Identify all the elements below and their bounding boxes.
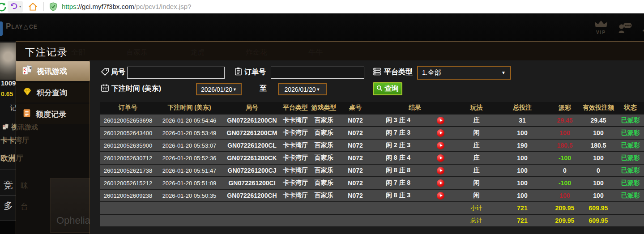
bg-nav-jingmi-1: 竞 [4,179,13,191]
cell-table-number: N072 [338,167,372,174]
security-shield-icon[interactable] [49,2,57,11]
bg-nav-duotai-1: 多 [4,200,13,212]
col-header-round: 局号 [222,104,281,112]
search-button-label: 查询 [384,84,399,94]
cell-platform: 卡卡湾厅 [281,166,309,174]
side-logo-fragment [0,21,3,36]
date-range-to-label: 至 [260,84,267,94]
cell-platform: 卡卡湾厅 [281,154,309,162]
balance-amount: 0.65 [1,90,13,98]
date-from-select[interactable]: 2026/01/20 ▼ [196,83,242,95]
cell-table-number: N072 [338,142,372,149]
cell-payout: 209.95 [549,217,580,224]
sidebar-item-video-games[interactable]: 9 K ♥ 视讯游戏 [16,61,90,81]
cell-result: 闲 8 庄 8 [372,166,424,174]
table-header-row: 订单号 下注时间 (美东) 局号 平台类型 游戏类型 桌号 结果 玩法 总投注 … [100,102,644,114]
cell-status: 已派彩 [616,141,644,149]
search-button[interactable]: 查询 [373,82,402,95]
cell-bet-time: 2026-01-20 05:53:07 [156,142,222,149]
col-header-payout: 派彩 [549,104,580,112]
left-strip-bottom [0,221,16,234]
col-header-time: 下注时间 (美东) [156,104,222,112]
cards-icon: K [2,123,9,132]
cell-platform: 卡卡湾厅 [281,129,309,137]
order-number-label: 订单号 [244,68,266,77]
cell-valid-bet: 609.95 [580,204,616,212]
cell-bet-time: 2026-01-20 05:53:49 [156,130,222,136]
platform-type-icon [373,67,381,76]
col-header-valid: 有效投注额 [580,104,616,112]
address-bar[interactable]: https://gci.myf7f3bx.com/pc/pcv1/index.j… [62,3,191,10]
cell-result: 闲 8 庄 4 [372,154,424,162]
brand-triangle: △ [23,23,29,30]
cell-bet-time: 2026-01-20 05:52:36 [156,155,222,162]
vip-button[interactable]: VIP [594,20,608,35]
cell-total-label: 小计 [457,204,495,212]
table-row: 2601200526217382026-01-20 05:51:47GN0722… [100,165,644,176]
play-video-button[interactable] [437,167,444,174]
cell-order-number: 260120052635900 [100,142,156,149]
cell-round-number: GN072261200CI [222,179,281,187]
play-video-button[interactable] [437,142,444,149]
cell-platform: 卡卡湾厅 [281,141,309,149]
customer-service-icon[interactable] [617,21,632,34]
cell-game-type: 百家乐 [309,166,338,174]
col-header-total: 总投注 [495,104,549,112]
cell-valid-bet: 29.45 [580,117,616,124]
cell-total-bet: 190 [495,142,549,149]
document-icon [22,108,32,120]
cell-round-number: GN072261200CK [222,154,281,162]
chevron-down-icon: ▼ [233,87,237,92]
date-from-value: 2026/01/20 [201,86,232,93]
cell-game-type: 百家乐 [309,191,338,200]
toolbar-divider [43,2,44,11]
home-icon[interactable] [28,2,38,11]
play-video-button[interactable] [437,154,444,162]
user-id-partial: 1009 [1,79,16,87]
sidebar-item-quota-records[interactable]: 额度记录 [16,104,90,124]
header-icons: VIP ♪ [594,13,644,41]
cell-game-type: 百家乐 [309,154,338,162]
cell-order-number: 260120052609238 [100,192,156,199]
table-row: 2601200526307122026-01-20 05:52:36GN0722… [100,152,644,164]
cell-game-type: 百家乐 [309,179,338,187]
cell-replay [424,167,457,174]
play-video-button[interactable] [437,192,444,200]
screen: ▾ https://gci.myf7f3bx.com/pc/pcv1/index… [0,0,644,234]
play-video-button[interactable] [437,179,444,187]
play-video-button[interactable] [437,129,444,137]
app-header: Play△ce VIP ♪ [0,13,644,41]
table-row: 2601200526536982026-01-20 05:54:46GN0722… [100,115,644,126]
cell-game-type: 百家乐 [309,129,338,137]
cell-bet-type: 庄 [457,116,495,124]
playace-logo[interactable]: Play△ce [6,22,38,31]
col-header-platform: 平台类型 [281,104,309,112]
cell-status: 已派彩 [616,179,644,187]
left-strip-divider [0,195,16,196]
cell-table-number: N072 [338,129,372,136]
cell-payout: 100 [549,192,580,199]
music-icon[interactable]: ♪ [641,21,644,34]
cell-valid-bet: 100 [580,179,616,187]
refresh-icon[interactable] [0,2,6,12]
undo-icon [9,2,18,12]
cell-bet-time: 2026-01-20 05:54:46 [156,117,222,124]
chevron-down-icon: ▼ [501,70,510,75]
cell-total-bet: 31 [495,117,549,124]
table-row: 2601200526434002026-01-20 05:53:49GN0722… [100,127,644,139]
platform-type-select[interactable]: 1.全部 ▼ [417,66,511,80]
date-to-select[interactable]: 2026/01/20 ▼ [278,83,327,95]
cell-round-number: GN072261200CJ [222,167,281,174]
cell-status: 已派彩 [616,154,644,162]
cell-result: 闲 2 庄 3 [372,141,424,149]
play-video-button[interactable] [437,117,444,124]
round-number-input[interactable] [127,67,225,79]
chevron-down-icon: ▼ [316,87,320,92]
sidebar-item-points-query[interactable]: 积分查询 [16,83,90,102]
cell-replay [424,129,457,137]
undo-button[interactable]: ▾ [8,1,23,13]
calendar-icon [101,84,109,92]
cell-valid-bet: 100 [580,192,616,199]
order-number-input[interactable] [271,67,364,79]
undo-dropdown-caret[interactable]: ▾ [19,4,21,9]
